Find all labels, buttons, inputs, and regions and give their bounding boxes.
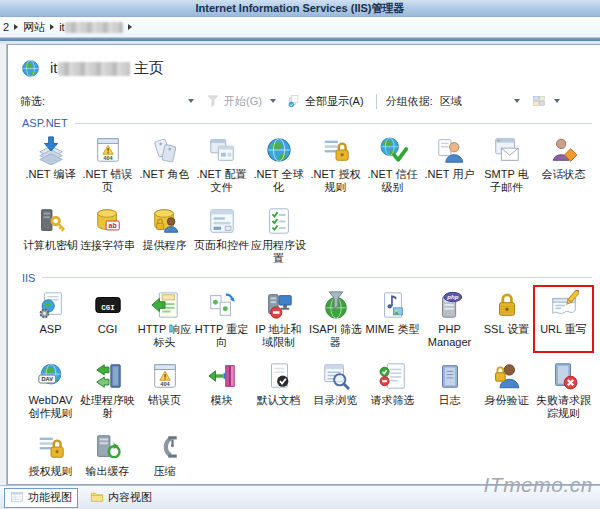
breadcrumb-root[interactable]: 2 [3, 21, 9, 33]
feature-auth[interactable]: 身份验证 [478, 358, 535, 422]
feature-tags[interactable]: .NET 角色 [136, 132, 193, 196]
tab-content-view[interactable]: 内容视图 [84, 488, 158, 508]
feature-label: .NET 全球化 [251, 168, 306, 194]
funnel-icon [206, 94, 220, 108]
feature-icon [549, 290, 579, 320]
feature-cgi[interactable]: CGI [79, 287, 136, 351]
feature-globe-check[interactable]: .NET 信任级别 [364, 132, 421, 196]
workspace: it 主页 筛选: 开始(G) 全部显示(A) 分组依据: 区域 [0, 41, 600, 485]
feature-label: 会话状态 [542, 168, 586, 181]
feature-label: 默认文档 [257, 394, 301, 407]
feature-icon [264, 361, 294, 391]
feature-grid: .NET 编译 .NET 错误页 .NET 角色 .NET 配置文件 .NET … [22, 132, 592, 267]
window-title-bar[interactable]: Internet Information Services (IIS)管理器 [0, 0, 600, 17]
feature-globe-funnel[interactable]: ISAPI 筛选器 [307, 287, 364, 351]
feature-user-diamond[interactable]: 会话状态 [535, 132, 592, 196]
feature-windows[interactable]: .NET 配置文件 [193, 132, 250, 196]
feature-db-ab[interactable]: 连接字符串 [79, 203, 136, 267]
feature-server-block[interactable]: IP 地址和域限制 [250, 287, 307, 351]
feature-form-controls[interactable]: 页面和控件 [193, 203, 250, 267]
feature-module[interactable]: 模块 [193, 358, 250, 422]
toolbar-divider [376, 94, 377, 109]
chevron-right-icon[interactable] [14, 24, 18, 30]
feature-pages-redirect[interactable]: HTTP 重定向 [193, 287, 250, 351]
feature-server-key[interactable]: 计算机密钥 [22, 203, 79, 267]
breadcrumb-sites[interactable]: 网站 [23, 20, 45, 35]
feature-page404[interactable]: .NET 错误页 [79, 132, 136, 196]
feature-checklist[interactable]: 应用程序设置 [250, 203, 307, 267]
view-grid-icon [532, 94, 546, 108]
feature-page-arrow[interactable]: HTTP 响应标头 [136, 287, 193, 351]
feature-handler[interactable]: 处理程序映射 [79, 358, 136, 422]
feature-url-rewrite[interactable]: URL 重写 [535, 287, 592, 351]
chevron-right-icon[interactable] [50, 24, 54, 30]
feature-label: 压缩 [154, 465, 176, 478]
watermark: ITmemo.cn [483, 473, 593, 497]
feature-icon [435, 361, 465, 391]
feature-icon [207, 135, 237, 165]
breadcrumb: 2 网站 it [0, 17, 600, 38]
feature-db-user[interactable]: 提供程序 [136, 203, 193, 267]
feature-list-lock[interactable]: 授权规则 [22, 429, 79, 480]
feature-page-check[interactable]: 默认文档 [250, 358, 307, 422]
filter-toolbar: 筛选: 开始(G) 全部显示(A) 分组依据: 区域 [20, 90, 590, 112]
feature-icon [207, 290, 237, 320]
feature-icon [435, 135, 465, 165]
feature-list-lock[interactable]: .NET 授权规则 [307, 132, 364, 196]
feature-icon [378, 135, 408, 165]
feature-icon [492, 135, 522, 165]
feature-php-server[interactable]: PHP Manager [421, 287, 478, 351]
feature-icon [150, 135, 180, 165]
feature-label: SMTP 电子邮件 [479, 168, 534, 194]
group-by-select[interactable]: 区域 [438, 92, 524, 110]
feature-label: ASP [39, 323, 61, 336]
feature-label: .NET 授权规则 [308, 168, 363, 194]
feature-page404[interactable]: 错误页 [136, 358, 193, 422]
feature-icon [378, 361, 408, 391]
feature-grid: ASP CGI HTTP 响应标头 HTTP 重定向 IP 地址和域限制 ISA… [22, 287, 592, 480]
feature-dir-browse[interactable]: 目录浏览 [307, 358, 364, 422]
feature-icon [93, 432, 123, 462]
feature-mail[interactable]: SMTP 电子邮件 [478, 132, 535, 196]
feature-globe-dav[interactable]: WebDAV 创作规则 [22, 358, 79, 422]
feature-user-page[interactable]: .NET 用户 [421, 132, 478, 196]
section-header: ASP.NET [22, 117, 592, 129]
feature-label: 模块 [211, 394, 233, 407]
feature-request-filter[interactable]: 请求筛选 [364, 358, 421, 422]
feature-icon [378, 290, 408, 320]
breadcrumb-site-name[interactable]: it [59, 21, 123, 34]
filter-go-button[interactable]: 开始(G) [203, 93, 279, 110]
feature-label: CGI [98, 323, 118, 336]
feature-asp[interactable]: ASP [22, 287, 79, 351]
show-all-icon [287, 94, 301, 108]
feature-label: PHP Manager [422, 323, 477, 349]
feature-lock[interactable]: SSL 设置 [478, 287, 535, 351]
feature-layers[interactable]: .NET 编译 [22, 132, 79, 196]
feature-label: 计算机密钥 [23, 239, 78, 252]
feature-icon [93, 361, 123, 391]
feature-output-cache[interactable]: 输出缓存 [79, 429, 136, 480]
feature-icon [36, 432, 66, 462]
feature-icon [36, 206, 66, 236]
chevron-right-icon[interactable] [128, 24, 132, 30]
feature-icon [492, 290, 522, 320]
feature-globe[interactable]: .NET 全球化 [250, 132, 307, 196]
section-aspnet: ASP.NET .NET 编译 .NET 错误页 .NET 角色 .NET 配置… [20, 117, 592, 267]
feature-icon [150, 361, 180, 391]
tab-features-view[interactable]: 功能视图 [4, 488, 78, 508]
feature-label: 连接字符串 [80, 239, 135, 252]
filter-input[interactable] [50, 92, 198, 110]
feature-label: .NET 编译 [26, 168, 76, 181]
feature-mime[interactable]: MIME 类型 [364, 287, 421, 351]
view-mode-button[interactable] [529, 93, 563, 109]
feature-log[interactable]: 日志 [421, 358, 478, 422]
feature-fail-trace[interactable]: 失败请求跟踪规则 [535, 358, 592, 422]
page-header: it 主页 [8, 45, 600, 79]
show-all-button[interactable]: 全部显示(A) [284, 93, 367, 110]
feature-label: 请求筛选 [371, 394, 415, 407]
site-globe-icon [20, 58, 41, 79]
feature-label: 目录浏览 [314, 394, 358, 407]
feature-icon [549, 135, 579, 165]
feature-compress[interactable]: 压缩 [136, 429, 193, 480]
feature-label: 失败请求跟踪规则 [536, 394, 591, 420]
